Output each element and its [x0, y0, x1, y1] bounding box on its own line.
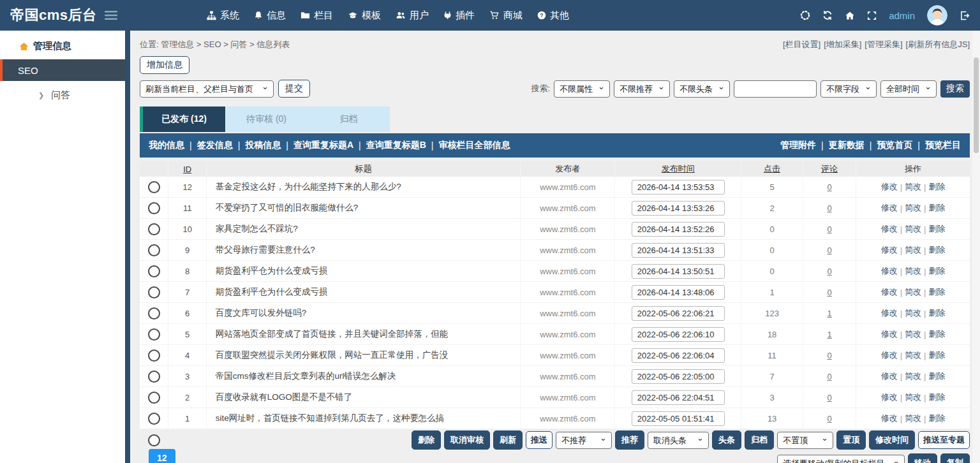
nav-item-info[interactable]: 信息 — [254, 10, 286, 22]
bluebar-link-right-3[interactable]: 预览栏目 — [925, 140, 961, 151]
publish-time-input[interactable] — [632, 285, 725, 300]
row-edit-link[interactable]: 修改 — [881, 265, 898, 277]
move-target-select[interactable]: 选择要移动/复制的目标栏目 — [777, 455, 905, 463]
nav-item-plugin[interactable]: 插件 — [443, 10, 475, 22]
bluebar-link-right-0[interactable]: 管理附件 — [780, 140, 816, 151]
row-title-link[interactable]: 百度文库可以发外链吗? — [216, 307, 307, 319]
fullscreen-icon[interactable] — [867, 11, 877, 20]
publish-time-input[interactable] — [632, 243, 725, 258]
header-time[interactable]: 发布时间 — [662, 163, 695, 175]
row-quick-edit-link[interactable]: 简改 — [905, 202, 921, 214]
row-edit-link[interactable]: 修改 — [881, 349, 898, 361]
row-edit-link[interactable]: 修改 — [881, 307, 898, 319]
row-comments-link[interactable]: 0 — [827, 351, 831, 360]
nav-item-user[interactable]: 用户 — [396, 10, 429, 22]
row-select-radio[interactable] — [148, 244, 160, 256]
row-title-link[interactable]: 帝国cms修改栏目后文章列表的url错误怎么解决 — [216, 371, 396, 382]
nav-item-mall[interactable]: 商城 — [489, 10, 523, 22]
logout-icon[interactable] — [960, 11, 970, 20]
row-quick-edit-link[interactable]: 简改 — [905, 223, 921, 235]
row-edit-link[interactable]: 修改 — [881, 328, 898, 340]
row-quick-edit-link[interactable]: 简改 — [905, 265, 921, 277]
row-delete-link[interactable]: 删除 — [928, 286, 945, 298]
row-select-radio[interactable] — [148, 202, 160, 214]
hamburger-menu-icon[interactable] — [105, 10, 117, 20]
row-comments-link[interactable]: 0 — [827, 203, 831, 213]
tab-pending[interactable]: 待审核 (0) — [225, 107, 308, 132]
no-top-select[interactable]: 不置顶 — [777, 432, 833, 449]
row-quick-edit-link[interactable]: 简改 — [905, 286, 921, 298]
nav-item-system[interactable]: 系统 — [207, 10, 239, 22]
copy-button[interactable]: 复制 — [940, 453, 970, 463]
row-delete-link[interactable]: 删除 — [928, 307, 945, 319]
refresh-scope-select[interactable]: 刷新当前栏目、父栏目与首页 — [140, 80, 274, 98]
cancel-audit-button[interactable]: 取消审核 — [444, 430, 490, 450]
row-comments-link[interactable]: 0 — [827, 267, 831, 276]
row-comments-link[interactable]: 0 — [827, 288, 831, 297]
add-collect-link[interactable]: [增加采集] — [824, 39, 861, 50]
set-top-button[interactable]: 置顶 — [836, 430, 866, 450]
publish-time-input[interactable] — [632, 264, 725, 279]
row-comments-link[interactable]: 1 — [827, 330, 831, 339]
column-settings-link[interactable]: [栏目设置] — [783, 39, 820, 50]
delete-button[interactable]: 删除 — [412, 430, 441, 450]
row-edit-link[interactable]: 修改 — [881, 223, 898, 235]
select-all-radio[interactable] — [148, 434, 160, 446]
move-button[interactable]: 移动 — [908, 453, 937, 463]
archive-button[interactable]: 归档 — [745, 430, 774, 450]
bluebar-link-right-1[interactable]: 更新数据 — [829, 140, 865, 151]
row-quick-edit-link[interactable]: 简改 — [905, 328, 921, 340]
row-delete-link[interactable]: 删除 — [928, 328, 945, 340]
username-label[interactable]: admin — [889, 10, 915, 21]
row-comments-link[interactable]: 1 — [827, 309, 831, 318]
row-title-link[interactable]: 百度联盟突然提示关闭分账权限，网站一直正常使用，广告没 — [216, 349, 449, 361]
row-delete-link[interactable]: 删除 — [928, 223, 945, 235]
search-keyword-input[interactable] — [734, 80, 817, 98]
nav-item-template[interactable]: 模板 — [348, 10, 381, 22]
refresh-js-link[interactable]: [刷新所有信息JS] — [906, 39, 970, 50]
row-select-radio[interactable] — [148, 371, 160, 383]
sidebar-item-seo[interactable]: SEO — [0, 59, 125, 81]
row-delete-link[interactable]: 删除 — [928, 413, 945, 424]
row-quick-edit-link[interactable]: 简改 — [905, 349, 921, 361]
row-quick-edit-link[interactable]: 简改 — [905, 413, 921, 424]
manage-collect-link[interactable]: [管理采集] — [865, 39, 902, 50]
row-quick-edit-link[interactable]: 简改 — [905, 392, 921, 403]
modify-time-button[interactable]: 修改时间 — [869, 430, 915, 450]
unrecommend-select[interactable]: 不推荐 — [556, 432, 612, 449]
submit-button[interactable]: 提交 — [278, 80, 310, 98]
row-select-radio[interactable] — [148, 181, 160, 193]
bluebar-link-left-2[interactable]: 投稿信息 — [245, 140, 281, 151]
row-select-radio[interactable] — [148, 349, 160, 362]
row-comments-link[interactable]: 0 — [827, 414, 831, 423]
row-delete-link[interactable]: 删除 — [928, 371, 945, 382]
publish-time-input[interactable] — [632, 306, 725, 321]
search-button[interactable]: 搜索 — [940, 80, 970, 98]
time-filter-select[interactable]: 全部时间 — [880, 80, 937, 98]
row-edit-link[interactable]: 修改 — [881, 371, 898, 382]
row-comments-link[interactable]: 0 — [827, 246, 831, 255]
row-title-link[interactable]: 期货盈利平仓为什么变成亏损 — [216, 286, 328, 298]
row-comments-link[interactable]: 0 — [827, 393, 831, 402]
row-delete-link[interactable]: 删除 — [928, 181, 945, 193]
row-select-radio[interactable] — [148, 286, 160, 298]
nav-item-column[interactable]: 栏目 — [301, 10, 333, 22]
row-title-link[interactable]: 期货盈利平仓为什么变成亏损 — [216, 265, 328, 277]
user-avatar[interactable] — [927, 5, 947, 26]
row-quick-edit-link[interactable]: 简改 — [905, 244, 921, 256]
recommend-filter-select[interactable]: 不限推荐 — [614, 80, 670, 98]
publish-time-input[interactable] — [632, 348, 725, 363]
row-comments-link[interactable]: 0 — [827, 372, 831, 381]
publish-time-input[interactable] — [632, 369, 725, 384]
row-select-radio[interactable] — [148, 265, 160, 277]
cancel-headline-select[interactable]: 取消头条 — [648, 432, 709, 449]
row-select-radio[interactable] — [148, 307, 160, 320]
row-title-link[interactable]: 百度收录就有LOGO图是不是不错了 — [216, 392, 353, 403]
row-edit-link[interactable]: 修改 — [881, 181, 898, 193]
tab-published[interactable]: 已发布 (12) — [143, 107, 225, 132]
publish-time-input[interactable] — [632, 327, 725, 342]
publish-time-input[interactable] — [632, 222, 725, 237]
bluebar-link-left-3[interactable]: 查询重复标题A — [293, 140, 353, 151]
nav-item-other[interactable]: ?其他 — [537, 10, 569, 22]
row-delete-link[interactable]: 删除 — [928, 392, 945, 403]
